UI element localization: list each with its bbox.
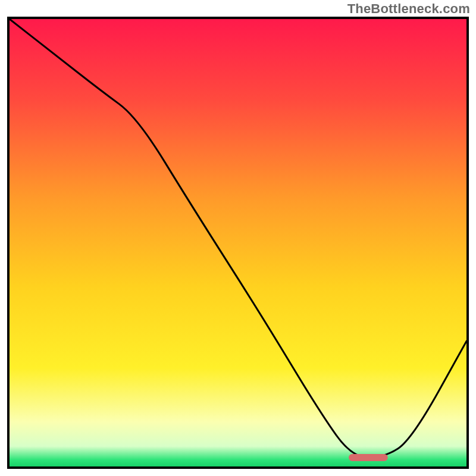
gradient-fill	[10, 19, 466, 466]
plot-svg	[10, 19, 466, 466]
plot-border	[7, 17, 469, 469]
attribution-text: TheBottleneck.com	[347, 1, 470, 17]
chart-frame: TheBottleneck.com	[0, 0, 476, 476]
